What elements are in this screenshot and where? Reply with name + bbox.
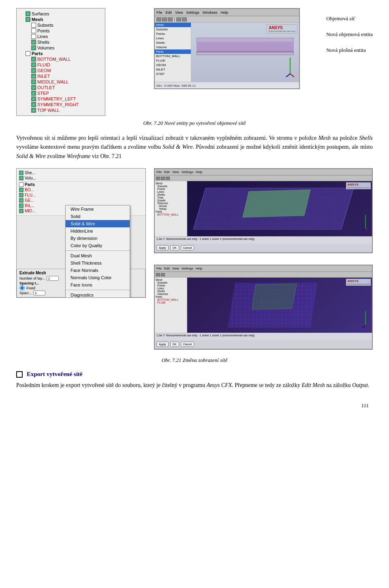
nav-lines: Lines [155, 36, 191, 41]
export-section-header: Export vytvořené sítě [16, 371, 373, 378]
nav-mesh-item[interactable]: Mesh [155, 23, 191, 27]
svg-line-2 [286, 74, 290, 77]
checkbox-shells[interactable] [31, 40, 36, 45]
checkbox-bottom-wall[interactable] [31, 57, 36, 62]
nav-inlet: INLET [155, 67, 191, 72]
checkbox-parts[interactable] [26, 51, 30, 56]
figure-caption-top: Obr. 7.20 Nové entity po vytvoření objem… [16, 120, 373, 126]
menu-face-normals[interactable]: Face Normals [66, 267, 130, 274]
label-symmetry-right: SYMMETRY_RIGHT [37, 102, 79, 107]
wf-settings: Settings [182, 267, 193, 270]
tree-item-top-wall: TOP WALL [20, 107, 102, 113]
checkbox-top-wall[interactable] [31, 108, 36, 113]
sw-settings: Settings [182, 170, 193, 174]
spacing-value-input[interactable] [33, 291, 45, 295]
btn-cancel-sw[interactable]: Cancel [181, 245, 194, 250]
btn-ok-wf[interactable]: OK [170, 342, 179, 347]
wf-nav-parts: Parts [156, 295, 186, 298]
svg-line-7 [365, 229, 369, 231]
tree-item-middle-wall: MIDDLE_WALL [20, 79, 102, 85]
nav-parts[interactable]: Parts [155, 49, 191, 54]
checkbox-outlet[interactable] [31, 85, 36, 90]
checkbox-volumes[interactable] [31, 45, 36, 50]
checkbox-mesh[interactable] [26, 17, 30, 22]
checkbox-geom[interactable] [31, 68, 36, 73]
label-geom: GEOM [37, 68, 51, 73]
checkbox-points[interactable] [31, 28, 36, 33]
nav-bottom-wall: BOTTOM_WALL [155, 54, 191, 58]
tree-item-geom: GEOM [20, 68, 102, 73]
wf-nav-shells: Shells [156, 290, 186, 293]
label-nova-plosna: Nová plošná entita [326, 44, 373, 56]
checkbox-lines[interactable] [31, 34, 36, 39]
btn-ok-sw[interactable]: OK [170, 245, 179, 250]
menu-solid-wire[interactable]: Solid & Wire [66, 220, 130, 227]
sw-nav-mesh: Mesh [156, 182, 186, 185]
figure-caption-21: Obr. 7.21 Změna zobrazení sítě [16, 357, 373, 363]
sw-nav-parts: Parts [156, 210, 186, 213]
checkbox-step[interactable] [31, 91, 36, 96]
sw-nav-lines: Lines [156, 190, 186, 193]
menu-diagnostics[interactable]: Diagnostics [66, 291, 130, 298]
label-middle-wall: MIDDLE_WALL [37, 79, 68, 84]
nav-step: STEP [155, 72, 191, 76]
label-volumes: Volumes [37, 45, 54, 50]
label-points: Points [37, 28, 50, 33]
checkbox-surfaces[interactable] [26, 11, 30, 16]
menu-shell-thickness[interactable]: Shell Thickness [66, 259, 130, 267]
ansys-toolbar-top: File Edit View Settings Windows Help [155, 9, 299, 16]
svg-line-8 [362, 229, 365, 231]
sw-view: View [172, 170, 179, 174]
checkbox-symmetry-left[interactable] [31, 96, 36, 101]
menu-solid[interactable]: Solid [66, 213, 130, 220]
ctx-check-volu [19, 176, 24, 180]
page-number: 111 [16, 402, 373, 409]
tree-item-volumes: Volumes [20, 45, 102, 51]
status-info: Min: -0.000 Max: 488.56.11 [156, 84, 196, 88]
menu-normals-using-color[interactable]: Normals Using Color [66, 274, 130, 281]
checkbox-middle-wall[interactable] [31, 79, 36, 84]
extrude-num-layers-input[interactable] [47, 276, 59, 281]
export-body-text: Posledním krokem je export vytvořené sít… [16, 381, 373, 390]
tree-item-step: STEP [20, 90, 102, 96]
ansys-panels-col: File Edit View Settings Help Mesh Su [154, 168, 373, 350]
label-lines: Lines [37, 34, 48, 39]
sw-nav-points: Points [156, 188, 186, 190]
menu-by-dimension[interactable]: By dimension [66, 235, 130, 242]
context-panel: She... Volu... Parts BO... [16, 168, 146, 298]
checkbox-fluid[interactable] [31, 62, 36, 67]
spacing-fixed-radio[interactable] [19, 285, 25, 291]
sw-nav-trias: Trias [156, 196, 186, 199]
checkbox-inlet[interactable] [31, 74, 36, 79]
ansys-toolbar-wf: File Edit View Settings Help [155, 265, 372, 272]
middle-section: She... Volu... Parts BO... [16, 168, 373, 350]
sw-nav-shells: Shells [156, 193, 186, 196]
btn-apply-sw[interactable]: Apply [156, 245, 169, 250]
label-objemova: Objemová síť [326, 12, 373, 25]
ctx-item-volu: Volu... [19, 175, 143, 181]
menu-view: View [175, 11, 183, 15]
btn-cancel-wf[interactable]: Cancel [181, 342, 194, 347]
ctx-check-bo [19, 188, 24, 192]
wf-nav-points: Points [156, 284, 186, 287]
checkbox-subsets[interactable] [31, 23, 36, 28]
btn-apply-wf[interactable]: Apply [156, 342, 169, 347]
wf-nav-subsets: Subsets [156, 281, 186, 284]
menu-color-quality[interactable]: Color by Quality [66, 242, 130, 249]
context-screenshot: She... Volu... Parts BO... [16, 168, 146, 298]
checkbox-symmetry-right[interactable] [31, 102, 36, 107]
ansys-screenshot-wireframe: File Edit View Settings Help Mesh Subset… [154, 265, 373, 350]
menu-hidden-line[interactable]: HiddenLine [66, 227, 130, 235]
separator-2 [66, 290, 130, 290]
arrow-down-1: ↓ [261, 252, 266, 253]
menu-settings: Settings [186, 11, 199, 15]
menu-dual-mesh[interactable]: Dual Mesh [66, 252, 130, 259]
context-menu: Wire Frame Solid Solid & Wire HiddenLine… [65, 205, 130, 298]
sw-nav-bottom-wall: BOTTOM_WALL [156, 213, 186, 216]
ctx-check-ge [19, 198, 24, 203]
tree-panel: Surfaces Mesh Subsets Points Lines [16, 8, 105, 116]
wf-file: File [156, 267, 162, 270]
menu-face-icons[interactable]: Face Icons [66, 281, 130, 289]
label-outlet: OUTLET [37, 85, 55, 90]
menu-wire-frame[interactable]: Wire Frame [66, 205, 130, 213]
